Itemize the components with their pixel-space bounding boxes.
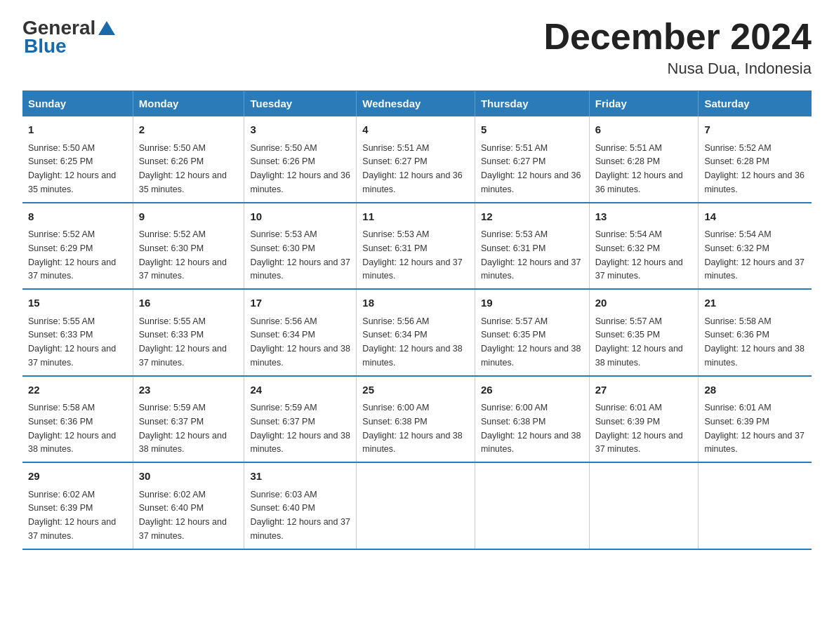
day-number: 22 [28,382,127,398]
col-header-tuesday: Tuesday [244,90,357,116]
day-info: Sunrise: 5:52 AMSunset: 6:29 PMDaylight:… [28,229,116,281]
title-block: December 2024 Nusa Dua, Indonesia [543,17,812,78]
day-info: Sunrise: 5:53 AMSunset: 6:31 PMDaylight:… [362,229,462,281]
day-info: Sunrise: 6:00 AMSunset: 6:38 PMDaylight:… [481,403,581,454]
calendar-cell: 27 Sunrise: 6:01 AMSunset: 6:39 PMDaylig… [589,376,699,463]
day-info: Sunrise: 5:52 AMSunset: 6:30 PMDaylight:… [139,229,227,281]
day-number: 26 [481,382,583,398]
calendar-cell: 30 Sunrise: 6:02 AMSunset: 6:40 PMDaylig… [133,462,244,549]
logo-blue: Blue [24,35,67,58]
day-number: 24 [250,382,350,398]
calendar-cell: 2 Sunrise: 5:50 AMSunset: 6:26 PMDayligh… [133,116,244,203]
day-info: Sunrise: 5:51 AMSunset: 6:27 PMDaylight:… [362,143,462,194]
day-info: Sunrise: 5:57 AMSunset: 6:35 PMDaylight:… [481,316,581,368]
day-info: Sunrise: 5:59 AMSunset: 6:37 PMDaylight:… [139,403,227,454]
day-info: Sunrise: 6:02 AMSunset: 6:39 PMDaylight:… [28,490,116,541]
day-number: 3 [250,122,350,138]
calendar-cell: 13 Sunrise: 5:54 AMSunset: 6:32 PMDaylig… [589,203,699,290]
calendar-cell: 16 Sunrise: 5:55 AMSunset: 6:33 PMDaylig… [133,289,244,376]
calendar-cell: 20 Sunrise: 5:57 AMSunset: 6:35 PMDaylig… [589,289,699,376]
calendar-cell: 24 Sunrise: 5:59 AMSunset: 6:37 PMDaylig… [244,376,357,463]
calendar-cell: 22 Sunrise: 5:58 AMSunset: 6:36 PMDaylig… [22,376,133,463]
day-info: Sunrise: 5:59 AMSunset: 6:37 PMDaylight:… [250,403,350,454]
calendar-cell: 21 Sunrise: 5:58 AMSunset: 6:36 PMDaylig… [699,289,812,376]
day-info: Sunrise: 5:58 AMSunset: 6:36 PMDaylight:… [704,316,804,368]
day-number: 15 [28,295,127,311]
day-number: 11 [362,209,469,225]
week-row-2: 8 Sunrise: 5:52 AMSunset: 6:29 PMDayligh… [22,203,812,290]
calendar-cell [357,462,475,549]
col-header-monday: Monday [133,90,244,116]
day-number: 23 [139,382,239,398]
day-info: Sunrise: 5:53 AMSunset: 6:31 PMDaylight:… [481,229,581,281]
day-number: 28 [704,382,806,398]
day-number: 21 [704,295,806,311]
day-info: Sunrise: 6:01 AMSunset: 6:39 PMDaylight:… [595,403,683,454]
calendar-cell: 9 Sunrise: 5:52 AMSunset: 6:30 PMDayligh… [133,203,244,290]
calendar-cell: 3 Sunrise: 5:50 AMSunset: 6:26 PMDayligh… [244,116,357,203]
day-number: 27 [595,382,693,398]
day-number: 25 [362,382,469,398]
logo: General Blue [22,17,117,58]
day-info: Sunrise: 5:56 AMSunset: 6:34 PMDaylight:… [250,316,350,368]
calendar-cell [475,462,589,549]
col-header-wednesday: Wednesday [357,90,475,116]
day-info: Sunrise: 5:50 AMSunset: 6:25 PMDaylight:… [28,143,116,194]
day-info: Sunrise: 5:51 AMSunset: 6:27 PMDaylight:… [481,143,581,194]
day-number: 18 [362,295,469,311]
day-number: 2 [139,122,239,138]
day-info: Sunrise: 5:53 AMSunset: 6:30 PMDaylight:… [250,229,350,281]
day-info: Sunrise: 5:58 AMSunset: 6:36 PMDaylight:… [28,403,116,454]
day-number: 13 [595,209,693,225]
day-number: 9 [139,209,239,225]
calendar-cell: 15 Sunrise: 5:55 AMSunset: 6:33 PMDaylig… [22,289,133,376]
day-number: 16 [139,295,239,311]
day-number: 5 [481,122,583,138]
page-subtitle: Nusa Dua, Indonesia [543,60,812,78]
page-header: General Blue December 2024 Nusa Dua, Ind… [22,17,812,78]
col-header-friday: Friday [589,90,699,116]
day-info: Sunrise: 6:01 AMSunset: 6:39 PMDaylight:… [704,403,804,454]
calendar-cell: 7 Sunrise: 5:52 AMSunset: 6:28 PMDayligh… [699,116,812,203]
col-header-sunday: Sunday [22,90,133,116]
week-row-1: 1 Sunrise: 5:50 AMSunset: 6:25 PMDayligh… [22,116,812,203]
logo-icon [97,18,117,38]
day-info: Sunrise: 5:52 AMSunset: 6:28 PMDaylight:… [704,143,804,194]
week-row-5: 29 Sunrise: 6:02 AMSunset: 6:39 PMDaylig… [22,462,812,549]
day-number: 8 [28,209,127,225]
day-info: Sunrise: 5:50 AMSunset: 6:26 PMDaylight:… [250,143,350,194]
col-header-thursday: Thursday [475,90,589,116]
day-info: Sunrise: 6:00 AMSunset: 6:38 PMDaylight:… [362,403,462,454]
day-info: Sunrise: 5:57 AMSunset: 6:35 PMDaylight:… [595,316,683,368]
calendar-cell: 28 Sunrise: 6:01 AMSunset: 6:39 PMDaylig… [699,376,812,463]
calendar-header-row: SundayMondayTuesdayWednesdayThursdayFrid… [22,90,812,116]
day-info: Sunrise: 5:55 AMSunset: 6:33 PMDaylight:… [139,316,227,368]
week-row-4: 22 Sunrise: 5:58 AMSunset: 6:36 PMDaylig… [22,376,812,463]
calendar-body: 1 Sunrise: 5:50 AMSunset: 6:25 PMDayligh… [22,116,812,549]
day-info: Sunrise: 5:54 AMSunset: 6:32 PMDaylight:… [704,229,804,281]
calendar-cell: 25 Sunrise: 6:00 AMSunset: 6:38 PMDaylig… [357,376,475,463]
day-info: Sunrise: 5:55 AMSunset: 6:33 PMDaylight:… [28,316,116,368]
calendar-cell [699,462,812,549]
calendar-cell: 17 Sunrise: 5:56 AMSunset: 6:34 PMDaylig… [244,289,357,376]
day-number: 6 [595,122,693,138]
day-number: 17 [250,295,350,311]
day-number: 30 [139,469,239,485]
calendar-cell: 29 Sunrise: 6:02 AMSunset: 6:39 PMDaylig… [22,462,133,549]
calendar-table: SundayMondayTuesdayWednesdayThursdayFrid… [22,90,812,550]
week-row-3: 15 Sunrise: 5:55 AMSunset: 6:33 PMDaylig… [22,289,812,376]
day-info: Sunrise: 6:03 AMSunset: 6:40 PMDaylight:… [250,490,350,541]
calendar-cell: 10 Sunrise: 5:53 AMSunset: 6:30 PMDaylig… [244,203,357,290]
calendar-cell: 18 Sunrise: 5:56 AMSunset: 6:34 PMDaylig… [357,289,475,376]
calendar-cell: 31 Sunrise: 6:03 AMSunset: 6:40 PMDaylig… [244,462,357,549]
day-number: 1 [28,122,127,138]
calendar-cell: 1 Sunrise: 5:50 AMSunset: 6:25 PMDayligh… [22,116,133,203]
day-info: Sunrise: 5:51 AMSunset: 6:28 PMDaylight:… [595,143,683,194]
page-title: December 2024 [543,17,812,57]
calendar-cell: 14 Sunrise: 5:54 AMSunset: 6:32 PMDaylig… [699,203,812,290]
day-info: Sunrise: 5:56 AMSunset: 6:34 PMDaylight:… [362,316,462,368]
calendar-cell: 19 Sunrise: 5:57 AMSunset: 6:35 PMDaylig… [475,289,589,376]
col-header-saturday: Saturday [699,90,812,116]
day-number: 19 [481,295,583,311]
day-number: 31 [250,469,350,485]
